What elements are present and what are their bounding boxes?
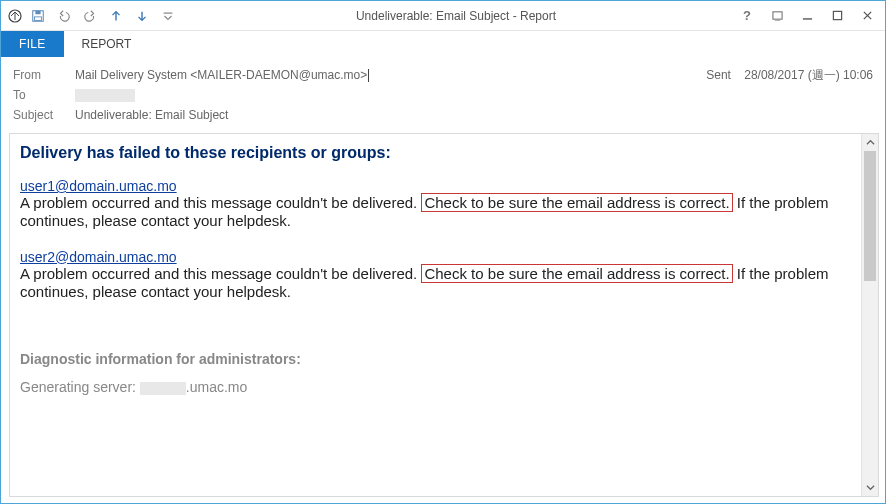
from-label: From	[13, 68, 75, 82]
redo-icon[interactable]	[79, 5, 101, 27]
scrollbar-thumb[interactable]	[864, 151, 876, 281]
svg-rect-7	[833, 11, 841, 19]
from-value: Mail Delivery System <MAILER-DAEMON@umac…	[75, 68, 686, 82]
recipient-email-link[interactable]: user1@domain.umac.mo	[20, 178, 177, 194]
ribbon-tabs: FILE REPORT	[1, 31, 885, 57]
from-text: Mail Delivery System <MAILER-DAEMON@umac…	[75, 68, 367, 82]
svg-rect-6	[802, 18, 811, 19]
maximize-button[interactable]	[823, 5, 851, 27]
msg-part-a: A problem occurred and this message coul…	[20, 265, 417, 282]
diagnostic-heading: Diagnostic information for administrator…	[20, 351, 851, 367]
sent-value: 28/08/2017 (週一) 10:06	[744, 68, 873, 82]
svg-rect-5	[772, 12, 781, 19]
subject-value: Undeliverable: Email Subject	[75, 108, 873, 122]
scrollbar-vertical[interactable]	[861, 134, 878, 496]
tab-file[interactable]: FILE	[1, 31, 64, 57]
svg-rect-2	[35, 10, 40, 14]
window-controls: ?	[733, 5, 885, 27]
close-button[interactable]	[853, 5, 881, 27]
save-icon[interactable]	[27, 5, 49, 27]
tab-report-label: REPORT	[82, 37, 132, 51]
tab-report[interactable]: REPORT	[64, 31, 150, 57]
sent-block: Sent 28/08/2017 (週一) 10:06	[686, 67, 873, 84]
scroll-up-icon[interactable]	[862, 134, 878, 151]
gen-server-label: Generating server:	[20, 379, 140, 395]
sent-label: Sent	[706, 68, 731, 82]
window-title: Undeliverable: Email Subject - Report	[179, 9, 733, 23]
minimize-button[interactable]	[793, 5, 821, 27]
msg-highlight-box: Check to be sure the email address is co…	[421, 264, 732, 283]
to-value	[75, 88, 873, 102]
svg-rect-4	[164, 12, 173, 13]
previous-arrow-icon[interactable]	[105, 5, 127, 27]
message-body-container: Delivery has failed to these recipients …	[9, 133, 879, 497]
gen-server-suffix: .umac.mo	[186, 379, 247, 395]
qat-customize-icon[interactable]	[157, 5, 179, 27]
scroll-down-icon[interactable]	[862, 479, 878, 496]
next-arrow-icon[interactable]	[131, 5, 153, 27]
recipient-message: A problem occurred and this message coul…	[20, 194, 851, 231]
redacted-recipient	[75, 89, 135, 102]
message-body: Delivery has failed to these recipients …	[10, 134, 861, 496]
tab-file-label: FILE	[19, 37, 46, 51]
redacted-server	[140, 382, 186, 395]
app-icon	[7, 8, 23, 24]
recipient-block: user1@domain.umac.mo A problem occurred …	[20, 178, 851, 231]
failure-heading: Delivery has failed to these recipients …	[20, 144, 851, 162]
recipient-email-link[interactable]: user2@domain.umac.mo	[20, 249, 177, 265]
to-label: To	[13, 88, 75, 102]
recipient-message: A problem occurred and this message coul…	[20, 265, 851, 302]
recipient-block: user2@domain.umac.mo A problem occurred …	[20, 249, 851, 302]
msg-part-a: A problem occurred and this message coul…	[20, 194, 417, 211]
title-bar: Undeliverable: Email Subject - Report ?	[1, 1, 885, 31]
undo-icon[interactable]	[53, 5, 75, 27]
message-header: From Mail Delivery System <MAILER-DAEMON…	[1, 57, 885, 131]
svg-rect-3	[35, 16, 42, 20]
ribbon-display-icon[interactable]	[763, 5, 791, 27]
scrollbar-track[interactable]	[862, 151, 878, 479]
text-cursor	[368, 69, 369, 82]
help-icon[interactable]: ?	[733, 5, 761, 27]
generating-server: Generating server: .umac.mo	[20, 379, 851, 395]
subject-label: Subject	[13, 108, 75, 122]
msg-highlight-box: Check to be sure the email address is co…	[421, 193, 732, 212]
quick-access-toolbar	[1, 5, 179, 27]
